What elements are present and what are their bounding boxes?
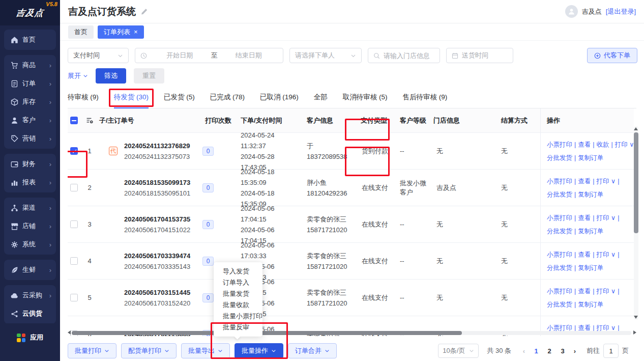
toolbar-button-0[interactable]: 批量打印 [68, 343, 116, 358]
sidebar-item-stock[interactable]: 库存› [4, 93, 56, 111]
op-0[interactable]: 小票打印 [547, 141, 572, 148]
page-number-1[interactable]: 1 [530, 347, 543, 355]
vertical-scrollbar[interactable] [634, 126, 638, 320]
toolbar-button-4[interactable]: 订单合并 [288, 343, 337, 358]
toolbar-button-1[interactable]: 配货单打印 [121, 343, 177, 358]
row-checkbox[interactable] [68, 220, 83, 228]
scroll-left-icon[interactable] [68, 330, 71, 335]
row-checkbox[interactable] [68, 184, 83, 191]
checkbox-icon[interactable] [70, 257, 78, 265]
menu-item-0[interactable]: 导入发货 [214, 266, 262, 277]
sidebar-item-cloud[interactable]: 云采购› [4, 286, 56, 304]
op-2[interactable]: 收款 [597, 141, 609, 148]
op-0[interactable]: 分批发货 [547, 191, 572, 198]
menu-item-5[interactable]: 批量反审 [214, 322, 262, 333]
scroll-up-icon[interactable] [634, 127, 638, 130]
menu-item-2[interactable]: 批量发货 [214, 288, 262, 299]
prev-page-icon[interactable]: ‹ [518, 347, 530, 355]
proxy-order-button[interactable]: 代客下单 [587, 48, 637, 63]
op-0[interactable]: 分批发货 [547, 264, 572, 271]
reset-button[interactable]: 重置 [134, 68, 164, 84]
goto-page-input[interactable] [603, 344, 619, 358]
edit-title-icon[interactable] [140, 8, 148, 15]
menu-item-1[interactable]: 订单导入 [214, 277, 262, 288]
checkbox-icon[interactable] [70, 147, 78, 155]
toolbar-button-2[interactable]: 批量导出 [181, 343, 230, 358]
op-2[interactable]: 打印 ∨ [597, 178, 616, 185]
horizontal-scrollbar[interactable] [68, 330, 636, 336]
sidebar-item-marketing[interactable]: 营销› [4, 129, 56, 148]
op-0[interactable]: 分批发货 [547, 301, 572, 308]
sidebar-item-order[interactable]: 订单› [4, 74, 56, 93]
scroll-right-icon[interactable] [633, 330, 636, 335]
tab-order-list[interactable]: 订单列表 × [98, 25, 144, 39]
op-1[interactable]: 复制订单 [578, 228, 603, 235]
expand-link[interactable]: 展开 [68, 71, 88, 80]
op-0[interactable]: 小票打印 [547, 251, 572, 258]
status-tab-4[interactable]: 已取消 (196) [260, 90, 299, 108]
close-icon[interactable]: × [134, 29, 138, 35]
sidebar-item-shop[interactable]: 店铺› [4, 217, 56, 235]
next-page-icon[interactable]: › [569, 347, 580, 355]
row-checkbox[interactable] [68, 294, 83, 301]
page-number-3[interactable]: 3 [556, 347, 569, 355]
delivery-time-input[interactable]: 送货时间 [446, 48, 513, 63]
orderer-select[interactable]: 请选择下单人 [289, 48, 362, 63]
status-tab-7[interactable]: 售后待审核 (9) [403, 90, 448, 108]
status-tab-3[interactable]: 已完成 (78) [210, 90, 245, 108]
sidebar-item-channel[interactable]: 渠道› [4, 199, 56, 217]
status-tab-0[interactable]: 待审核 (9) [68, 90, 99, 108]
sidebar-item-goods[interactable]: 商品› [4, 56, 56, 74]
op-3[interactable]: 打印 ∨ [615, 141, 634, 148]
op-1[interactable]: 查看 [578, 251, 591, 258]
op-2[interactable]: 打印 ∨ [597, 288, 616, 295]
op-1[interactable]: 查看 [578, 141, 591, 148]
vertical-scroll-thumb[interactable] [634, 132, 638, 233]
store-search-input[interactable] [384, 52, 434, 60]
sidebar-item-supply[interactable]: 云供货 [4, 304, 56, 323]
page-number-2[interactable]: 2 [543, 347, 556, 355]
page-size-select[interactable]: 10条/页 [438, 344, 479, 358]
status-tab-5[interactable]: 全部 [314, 90, 328, 108]
status-tab-2[interactable]: 已发货 (5) [164, 90, 195, 108]
menu-item-3[interactable]: 批量收款 [214, 299, 262, 311]
menu-item-4[interactable]: 批量小票打印 [214, 311, 262, 322]
op-0[interactable]: 分批发货 [547, 154, 572, 161]
checkbox-icon[interactable] [70, 294, 78, 301]
filter-button[interactable]: 筛选 [96, 68, 126, 84]
sidebar-item-apps[interactable]: 应用 [0, 323, 60, 352]
date-range-input[interactable]: 开始日期 至 结束日期 [135, 48, 283, 63]
logout-link[interactable]: [退出登录] [606, 7, 636, 16]
select-all-checkbox[interactable] [68, 117, 83, 124]
op-0[interactable]: 小票打印 [547, 178, 572, 185]
op-1[interactable]: 复制订单 [578, 191, 603, 198]
op-0[interactable]: 小票打印 [547, 288, 572, 295]
op-2[interactable]: 打印 ∨ [597, 251, 616, 258]
op-1[interactable]: 复制订单 [578, 154, 603, 161]
op-0[interactable]: 小票打印 [547, 214, 572, 221]
sidebar-item-finance[interactable]: 财务› [4, 155, 56, 173]
row-checkbox[interactable] [68, 147, 83, 155]
op-1[interactable]: 查看 [578, 288, 591, 295]
op-1[interactable]: 复制订单 [578, 264, 603, 271]
op-1[interactable]: 查看 [578, 214, 591, 221]
horizontal-scroll-thumb[interactable] [72, 331, 462, 335]
column-settings-icon[interactable] [83, 117, 99, 124]
sidebar-item-fresh[interactable]: 生鲜› [4, 261, 56, 279]
op-0[interactable]: 分批发货 [547, 228, 572, 235]
row-checkbox[interactable] [68, 257, 83, 265]
op-1[interactable]: 查看 [578, 178, 591, 185]
tab-home[interactable]: 首页 [68, 25, 94, 39]
toolbar-button-3[interactable]: 批量操作 [235, 343, 283, 358]
checkbox-icon[interactable] [70, 220, 78, 228]
checkbox-icon[interactable] [70, 184, 78, 191]
scroll-down-icon[interactable] [634, 316, 638, 319]
status-tab-1[interactable]: 待发货 (30) [114, 90, 149, 108]
sidebar-item-home[interactable]: 首页 [4, 31, 56, 49]
status-tab-6[interactable]: 取消待审核 (5) [343, 90, 388, 108]
op-2[interactable]: 打印 ∨ [597, 214, 616, 221]
sidebar-item-customer[interactable]: 客户› [4, 111, 56, 129]
sidebar-item-system[interactable]: 系统› [4, 235, 56, 254]
sidebar-item-report[interactable]: 报表› [4, 173, 56, 191]
op-1[interactable]: 复制订单 [578, 301, 603, 308]
